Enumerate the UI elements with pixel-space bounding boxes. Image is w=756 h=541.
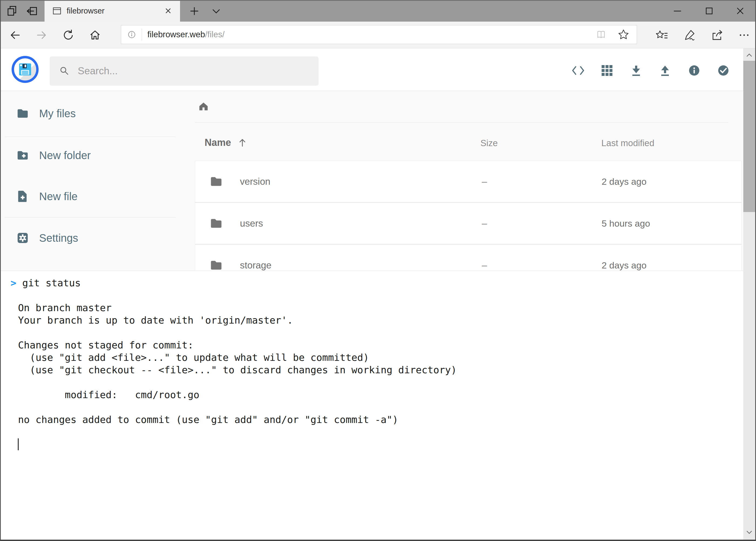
file-size: – [482, 245, 487, 270]
maximize-icon[interactable] [703, 5, 715, 17]
sidebar-item-new-file[interactable]: New file [1, 184, 176, 209]
column-header-name[interactable]: Name [205, 137, 248, 148]
folder-icon [209, 216, 223, 231]
window-border-left [0, 0, 1, 541]
sidebar-item-label: My files [39, 108, 76, 120]
info-circle-icon[interactable] [688, 64, 701, 77]
browser-window: filebrowser [0, 0, 756, 541]
sidebar-divider [5, 137, 176, 137]
file-size: – [482, 161, 487, 202]
close-tab-icon[interactable] [162, 5, 174, 17]
sidebar-item-label: New folder [39, 149, 91, 162]
column-header-modified[interactable]: Last modified [601, 138, 654, 148]
more-ellipsis-icon[interactable] [738, 29, 750, 41]
back-icon[interactable] [9, 29, 21, 41]
scroll-down-icon[interactable] [745, 529, 754, 536]
close-icon[interactable] [734, 5, 746, 17]
refresh-icon[interactable] [62, 29, 75, 41]
address-bar[interactable]: filebrowser.web/files/ [121, 25, 637, 44]
minimize-icon[interactable] [671, 5, 684, 17]
terminal-output: On branch master Your branch is up to da… [1, 289, 743, 426]
file-row-users[interactable]: users – 5 hours ago [195, 202, 741, 244]
share-icon[interactable] [711, 29, 723, 41]
search-icon [59, 65, 70, 77]
window-border-top [0, 0, 756, 1]
folder-icon [209, 258, 223, 270]
sidebar-item-label: Settings [39, 232, 78, 244]
new-tab-icon[interactable] [188, 5, 200, 17]
url-host: filebrowser.web [147, 30, 205, 39]
forward-icon[interactable] [36, 29, 48, 41]
new-file-icon [16, 190, 29, 203]
folder-icon [16, 107, 29, 120]
sidebar-divider [5, 217, 176, 218]
content-area: My files New folder New file [1, 91, 743, 270]
file-modified: 2 days ago [602, 161, 646, 202]
folder-icon [209, 175, 223, 189]
info-icon[interactable] [126, 29, 137, 40]
prompt-chevron-icon: > [11, 277, 16, 288]
tab-preview-icon[interactable] [6, 5, 18, 17]
terminal-cursor [18, 438, 19, 450]
hub-star-icon[interactable] [656, 29, 668, 41]
file-row-storage[interactable]: storage – 2 days ago [195, 244, 741, 270]
url-path: /files/ [205, 30, 225, 39]
file-list: version – 2 days ago users – 5 hours ago… [195, 161, 742, 270]
home-icon[interactable] [89, 29, 101, 41]
sidebar-item-settings[interactable]: Settings [1, 226, 176, 251]
active-tab[interactable]: filebrowser [45, 0, 180, 22]
scrollbar-thumb[interactable] [743, 61, 755, 212]
terminal-panel[interactable]: > git status On branch master Your branc… [1, 270, 743, 540]
favorite-star-icon[interactable] [617, 28, 630, 41]
filebrowser-logo[interactable] [12, 56, 39, 83]
sidebar-item-label: New file [39, 191, 78, 203]
grid-view-icon[interactable] [601, 64, 614, 77]
select-check-icon[interactable] [717, 64, 730, 77]
sort-arrow-up-icon [237, 137, 248, 148]
floppy-disk-icon [18, 62, 33, 77]
search-box[interactable] [50, 56, 319, 86]
tab-title: filebrowser [67, 6, 105, 15]
tab-list-chevron-icon[interactable] [210, 5, 222, 17]
app-header [0, 48, 743, 91]
tab-bar: filebrowser [0, 0, 756, 22]
terminal-command: git status [22, 277, 81, 288]
annotate-pen-icon[interactable] [683, 29, 695, 41]
breadcrumb-divider [195, 122, 728, 123]
upload-icon[interactable] [658, 64, 671, 77]
page-favicon [52, 6, 62, 16]
terminal-prompt-line: > git status [1, 277, 743, 289]
column-header-size[interactable]: Size [480, 138, 498, 148]
file-row-version[interactable]: version – 2 days ago [195, 161, 741, 202]
new-folder-icon [16, 149, 29, 162]
search-input[interactable] [77, 65, 310, 77]
sidebar-item-my-files[interactable]: My files [1, 101, 176, 126]
column-label: Name [205, 137, 231, 148]
sidebar-item-new-folder[interactable]: New folder [1, 143, 176, 168]
file-name: storage [240, 245, 272, 270]
scroll-up-icon[interactable] [745, 52, 754, 59]
code-icon[interactable] [572, 64, 585, 77]
file-name: users [240, 203, 263, 244]
set-tabs-aside-icon[interactable] [26, 5, 38, 17]
breadcrumb-home-icon[interactable] [197, 100, 210, 113]
download-icon[interactable] [630, 64, 642, 77]
window-border-bottom [0, 540, 756, 541]
file-size: – [482, 203, 487, 244]
file-modified: 5 hours ago [602, 203, 650, 244]
page-scrollbar[interactable] [743, 48, 755, 540]
settings-icon [16, 231, 29, 245]
url-text[interactable]: filebrowser.web/files/ [147, 30, 225, 39]
file-name: version [240, 161, 270, 202]
browser-toolbar: filebrowser.web/files/ [0, 22, 756, 48]
file-modified: 2 days ago [602, 245, 646, 270]
reading-view-icon[interactable] [595, 29, 607, 41]
